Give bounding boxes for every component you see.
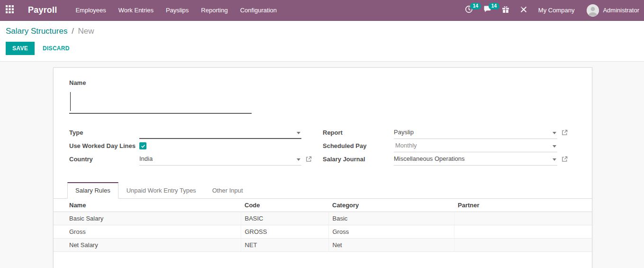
check-icon — [141, 142, 145, 150]
table-row[interactable]: Net Salary NET Net — [54, 239, 592, 252]
chevron-down-icon[interactable] — [553, 145, 556, 148]
field-column-right: Report Payslip Scheduled Pay — [323, 126, 569, 166]
table-header-row: Name Code Category Partner — [54, 199, 592, 212]
tools-icon — [520, 6, 527, 15]
cell-name[interactable]: Net Salary — [54, 239, 241, 252]
name-field-label: Name — [69, 79, 576, 86]
menu-item-configuration[interactable]: Configuration — [234, 0, 283, 20]
use-worked-day-lines-checkbox[interactable] — [139, 142, 146, 149]
save-button[interactable]: SAVE — [6, 42, 35, 55]
discard-button[interactable]: DISCARD — [43, 45, 70, 52]
activities-button[interactable]: 14 — [460, 0, 478, 20]
cell-code[interactable]: NET — [241, 239, 328, 252]
column-header-partner[interactable]: Partner — [454, 199, 592, 212]
breadcrumb-current: New — [78, 27, 94, 36]
tab-unpaid-work-entry-types[interactable]: Unpaid Work Entry Types — [118, 183, 204, 199]
top-navbar: Payroll Employees Work Entries Payslips … — [0, 0, 644, 21]
report-label: Report — [323, 129, 394, 136]
main-menu: Employees Work Entries Payslips Reportin… — [69, 0, 283, 20]
cell-category[interactable]: Gross — [328, 225, 454, 239]
menu-item-payslips[interactable]: Payslips — [160, 0, 195, 20]
cell-category[interactable]: Net — [328, 239, 454, 252]
cell-partner[interactable] — [454, 225, 592, 239]
text-cursor — [70, 92, 71, 111]
breadcrumb-parent-link[interactable]: Salary Structures — [6, 27, 67, 36]
scheduled-pay-select[interactable]: Monthly — [394, 140, 557, 152]
gift-icon — [502, 6, 509, 15]
field-row-scheduled-pay: Scheduled Pay Monthly — [323, 139, 569, 152]
type-select[interactable] — [139, 127, 301, 139]
systray: 14 14 My Company Administrator — [460, 0, 644, 20]
control-panel: Salary Structures / New SAVE DISCARD — [0, 21, 644, 62]
app-title: Payroll — [28, 5, 57, 15]
breadcrumb: Salary Structures / New — [6, 25, 644, 37]
chevron-down-icon[interactable] — [553, 158, 556, 161]
field-row-salary-journal: Salary Journal Miscellaneous Operations — [323, 153, 569, 166]
cell-partner[interactable] — [454, 212, 592, 225]
name-input[interactable] — [69, 91, 252, 114]
salary-journal-external-link-icon[interactable] — [562, 156, 568, 162]
chevron-down-icon[interactable] — [297, 158, 300, 161]
field-grid: Type Use Worked Day Lines — [69, 126, 576, 166]
content-area: Name Type — [0, 62, 644, 268]
column-header-name[interactable]: Name — [54, 199, 241, 212]
user-menu[interactable]: Administrator — [580, 4, 644, 17]
scheduled-pay-label: Scheduled Pay — [323, 142, 394, 149]
table-row[interactable]: Gross GROSS Gross — [54, 225, 592, 239]
breadcrumb-separator: / — [70, 27, 76, 36]
tab-salary-rules[interactable]: Salary Rules — [67, 182, 118, 199]
country-external-link-icon[interactable] — [306, 156, 312, 162]
cell-code[interactable]: BASIC — [241, 212, 328, 225]
chevron-down-icon[interactable] — [297, 132, 300, 134]
chevron-down-icon[interactable] — [553, 132, 556, 134]
salary-journal-select[interactable]: Miscellaneous Operations — [394, 153, 557, 166]
country-label: Country — [69, 156, 139, 163]
form-sheet: Name Type — [53, 67, 592, 268]
field-row-report: Report Payslip — [323, 126, 569, 139]
cell-name[interactable]: Basic Salary — [54, 212, 241, 225]
field-row-use-worked-day-lines: Use Worked Day Lines — [69, 139, 301, 152]
menu-item-work-entries[interactable]: Work Entries — [112, 0, 160, 20]
cell-name[interactable]: Gross — [54, 225, 241, 239]
control-panel-buttons: SAVE DISCARD — [6, 42, 644, 55]
avatar — [587, 4, 599, 17]
cell-code[interactable]: GROSS — [241, 225, 328, 239]
notebook: Salary Rules Unpaid Work Entry Types Oth… — [54, 182, 592, 252]
field-row-country: Country India — [69, 153, 301, 166]
apps-menu-button[interactable] — [0, 0, 19, 20]
apps-grid-icon — [6, 5, 14, 15]
country-select[interactable]: India — [139, 153, 301, 166]
cell-category[interactable]: Basic — [328, 212, 454, 225]
rewards-button[interactable] — [497, 0, 515, 20]
field-column-left: Type Use Worked Day Lines — [69, 126, 301, 166]
messages-button[interactable]: 14 — [478, 0, 497, 20]
tab-other-input[interactable]: Other Input — [204, 183, 251, 199]
field-row-type: Type — [69, 126, 301, 139]
type-label: Type — [69, 129, 139, 136]
column-header-code[interactable]: Code — [241, 199, 328, 212]
use-worked-day-lines-label: Use Worked Day Lines — [69, 142, 139, 149]
name-field-block: Name — [69, 79, 576, 114]
menu-item-reporting[interactable]: Reporting — [195, 0, 234, 20]
table-row[interactable]: Basic Salary BASIC Basic — [54, 212, 592, 225]
menu-item-employees[interactable]: Employees — [69, 0, 112, 20]
salary-journal-label: Salary Journal — [323, 156, 394, 163]
tools-button[interactable] — [515, 0, 533, 20]
salary-rules-table: Name Code Category Partner Basic Salary … — [54, 199, 592, 252]
column-header-category[interactable]: Category — [328, 199, 454, 212]
cell-partner[interactable] — [454, 239, 592, 252]
report-select[interactable]: Payslip — [394, 127, 557, 139]
tab-strip: Salary Rules Unpaid Work Entry Types Oth… — [54, 182, 592, 199]
user-name: Administrator — [603, 7, 639, 14]
report-external-link-icon[interactable] — [562, 129, 568, 136]
company-switcher[interactable]: My Company — [533, 7, 581, 14]
